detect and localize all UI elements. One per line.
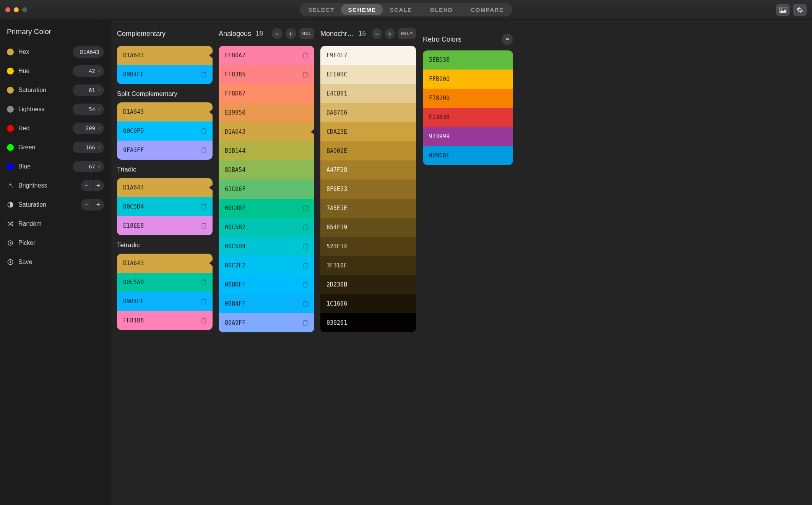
swatch-030201[interactable]: 030201	[320, 313, 416, 332]
saturation-plus-button[interactable]: +	[93, 199, 104, 210]
clipboard-icon[interactable]	[201, 147, 206, 153]
analogous-mode-button[interactable]: HCL	[299, 28, 314, 39]
swatch-09B4FF[interactable]: 09B4FF	[219, 294, 314, 313]
swatch-00C2F2[interactable]: 00C2F2	[219, 256, 314, 275]
clipboard-icon[interactable]	[201, 204, 206, 210]
swatch-2D230B[interactable]: 2D230B	[320, 275, 416, 294]
swatch-3F310F[interactable]: 3F310F	[320, 256, 416, 275]
swatch-E4CB91[interactable]: E4CB91	[320, 84, 416, 103]
swatch-hex: 00C5D4	[225, 243, 245, 250]
swatch-A47F28[interactable]: A47F28	[320, 160, 416, 180]
svg-rect-31	[305, 244, 307, 245]
swatch-00C5D4[interactable]: 00C5D4	[117, 197, 213, 216]
swatch-D1A643[interactable]: D1A643	[117, 254, 213, 273]
section-title: Tetradic	[117, 241, 213, 249]
swatch-00C48F[interactable]: 00C48F	[219, 199, 314, 218]
clipboard-icon[interactable]	[303, 282, 308, 288]
prop-value-green[interactable]: 166⦀	[73, 142, 104, 153]
swatch-61C06F[interactable]: 61C06F	[219, 180, 314, 199]
tab-scheme[interactable]: SCHEME	[341, 4, 383, 15]
tab-compare[interactable]: COMPARE	[464, 4, 511, 15]
clipboard-icon[interactable]	[303, 320, 308, 326]
swatch-973999[interactable]: 973999	[423, 127, 513, 146]
clipboard-icon[interactable]	[201, 71, 206, 78]
action-picker[interactable]: Picker	[7, 235, 104, 251]
swatch-FF81B8[interactable]: FF81B8	[117, 311, 213, 330]
swatch-09B4FF[interactable]: 09B4FF	[117, 292, 213, 311]
image-button[interactable]	[776, 4, 790, 16]
swatch-654F19[interactable]: 654F19	[320, 218, 416, 237]
clipboard-icon[interactable]	[303, 262, 308, 269]
settings-button[interactable]	[793, 4, 807, 16]
clipboard-icon[interactable]	[303, 71, 308, 78]
swatch-EB9950[interactable]: EB9950	[219, 103, 314, 122]
svg-rect-30	[304, 244, 307, 249]
clipboard-icon[interactable]	[201, 223, 206, 229]
clipboard-icon[interactable]	[201, 317, 206, 324]
prop-value-red[interactable]: 209⦀	[73, 123, 104, 134]
swatch-00C0FD[interactable]: 00C0FD	[117, 121, 213, 141]
action-random[interactable]: Random	[7, 215, 104, 232]
swatch-8F6E23[interactable]: 8F6E23	[320, 180, 416, 199]
swatch-DAB766[interactable]: DAB766	[320, 103, 416, 122]
clipboard-icon[interactable]	[303, 52, 308, 58]
swatch-D1A643[interactable]: D1A643	[117, 178, 213, 197]
action-save[interactable]: Save	[7, 254, 104, 270]
swatch-00C5A0[interactable]: 00C5A0	[117, 273, 213, 292]
swatch-00C5D4[interactable]: 00C5D4	[219, 237, 314, 256]
tab-scale[interactable]: SCALE	[383, 4, 419, 15]
clipboard-icon[interactable]	[303, 224, 308, 230]
swatch-523F14[interactable]: 523F14	[320, 237, 416, 256]
swatch-EFE0BC[interactable]: EFE0BC	[320, 65, 416, 84]
swatch-E23838[interactable]: E23838	[423, 108, 513, 127]
saturation-minus-button[interactable]: −	[81, 199, 93, 210]
swatch-F9F4E7[interactable]: F9F4E7	[320, 46, 416, 65]
swatch-B1B144[interactable]: B1B144	[219, 141, 314, 160]
prop-value-hue[interactable]: 42⦀	[73, 65, 104, 77]
swatch-09B4FF[interactable]: 09B4FF	[117, 65, 213, 84]
swatch-8DBA54[interactable]: 8DBA54	[219, 160, 314, 180]
tab-select[interactable]: SELECT	[301, 4, 341, 15]
brightness-plus-button[interactable]: +	[93, 180, 104, 191]
tab-blend[interactable]: BLEND	[423, 4, 460, 15]
clipboard-icon[interactable]	[201, 298, 206, 304]
prop-value-hex[interactable]: D1A643	[73, 46, 104, 58]
brightness-minus-button[interactable]: −	[81, 180, 93, 191]
clipboard-icon[interactable]	[201, 128, 206, 134]
swatch-80A9FF[interactable]: 80A9FF	[219, 313, 314, 332]
swatch-7A5E1E[interactable]: 7A5E1E	[320, 199, 416, 218]
prop-value-lightness[interactable]: 54⦀	[73, 104, 104, 115]
swatch-00C5B2[interactable]: 00C5B2	[219, 218, 314, 237]
swatch-FF8D67[interactable]: FF8D67	[219, 84, 314, 103]
analogous-minus-button[interactable]: −	[272, 28, 283, 39]
clipboard-icon[interactable]	[303, 205, 308, 211]
swatch-FFB900[interactable]: FFB900	[423, 70, 513, 89]
prop-value-saturation[interactable]: 61⦀	[73, 84, 104, 96]
swatch-009CDF[interactable]: 009CDF	[423, 146, 513, 165]
swatch-00BDFF[interactable]: 00BDFF	[219, 275, 314, 294]
analogous-plus-button[interactable]: +	[286, 28, 296, 39]
minimize-window-button[interactable]	[14, 7, 19, 12]
swatch-FF8385[interactable]: FF8385	[219, 65, 314, 84]
monochrome-mode-button[interactable]: HSL*	[398, 28, 416, 39]
monochrome-plus-button[interactable]: +	[385, 28, 395, 39]
swatch-9FA3FF[interactable]: 9FA3FF	[117, 141, 213, 160]
close-window-button[interactable]	[5, 7, 10, 12]
swatch-5EBD3E[interactable]: 5EBD3E	[423, 50, 513, 70]
swatch-CDA23E[interactable]: CDA23E	[320, 122, 416, 141]
swatch-BA902E[interactable]: BA902E	[320, 141, 416, 160]
swatch-FF80A7[interactable]: FF80A7	[219, 46, 314, 65]
monochrome-minus-button[interactable]: −	[372, 28, 382, 39]
swatch-D1A643[interactable]: D1A643	[219, 122, 314, 141]
clipboard-icon[interactable]	[303, 243, 308, 249]
swatch-D1A643[interactable]: D1A643	[117, 102, 213, 121]
maximize-window-button[interactable]	[22, 7, 27, 12]
clipboard-icon[interactable]	[303, 301, 308, 307]
swatch-E18EE8[interactable]: E18EE8	[117, 216, 213, 235]
swatch-D1A643[interactable]: D1A643	[117, 46, 213, 65]
prop-value-blue[interactable]: 67⦀	[73, 161, 104, 172]
retro-menu-button[interactable]: =	[502, 34, 513, 45]
swatch-F78200[interactable]: F78200	[423, 89, 513, 108]
clipboard-icon[interactable]	[201, 279, 206, 285]
swatch-1C1606[interactable]: 1C1606	[320, 294, 416, 313]
